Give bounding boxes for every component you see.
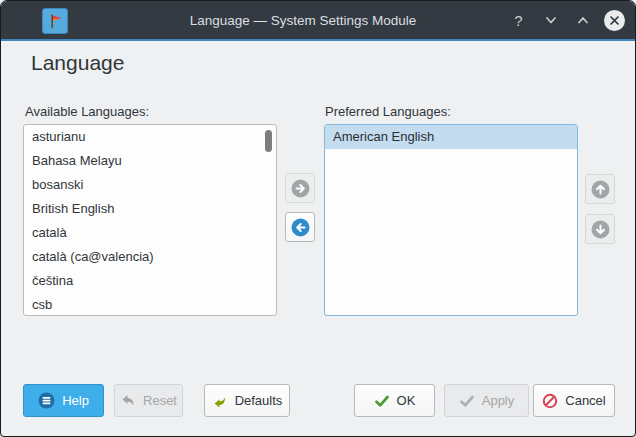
app-flag-icon [42, 8, 68, 34]
reset-button[interactable]: Reset [114, 384, 183, 417]
window-title: Language — System Settings Module [91, 1, 515, 39]
move-up-button[interactable] [585, 174, 615, 204]
help-button[interactable]: Help [23, 384, 104, 417]
ok-button[interactable]: OK [354, 384, 435, 417]
list-item[interactable]: català (ca@valencia) [24, 245, 276, 269]
list-item[interactable]: csb [24, 293, 276, 316]
preferred-languages-label: Preferred Languages: [325, 104, 451, 119]
minimize-button[interactable] [540, 10, 561, 31]
list-item[interactable]: British English [24, 197, 276, 221]
reset-button-label: Reset [143, 393, 177, 408]
help-contents-icon [38, 392, 55, 409]
defaults-button-label: Defaults [235, 393, 283, 408]
list-item[interactable]: bosanski [24, 173, 276, 197]
cancel-icon [542, 393, 558, 409]
list-item[interactable]: asturianu [24, 125, 276, 149]
close-icon [609, 15, 620, 26]
arrow-up-icon [591, 180, 610, 199]
window-help-button[interactable]: ? [508, 10, 529, 31]
scrollbar-thumb[interactable] [265, 130, 272, 152]
preferred-languages-list[interactable]: American English [324, 124, 578, 316]
list-item-selected[interactable]: American English [325, 125, 577, 149]
titlebar-accent-line [1, 39, 635, 41]
close-button[interactable] [604, 10, 625, 31]
cancel-button[interactable]: Cancel [533, 384, 615, 417]
move-down-button[interactable] [585, 214, 615, 244]
list-item[interactable]: català [24, 221, 276, 245]
apply-button[interactable]: Apply [444, 384, 529, 417]
add-language-button[interactable] [285, 173, 315, 203]
defaults-button[interactable]: Defaults [204, 384, 290, 417]
chevron-down-icon [544, 13, 558, 27]
window-controls: ? [508, 1, 625, 39]
cancel-button-label: Cancel [565, 393, 605, 408]
arrow-down-icon [591, 220, 610, 239]
checkmark-icon [374, 393, 390, 409]
apply-button-label: Apply [482, 393, 515, 408]
maximize-button[interactable] [572, 10, 593, 31]
titlebar[interactable]: Language — System Settings Module ? [1, 1, 635, 39]
chevron-up-icon [576, 13, 590, 27]
restore-defaults-icon [212, 393, 228, 409]
checkmark-icon [459, 393, 475, 409]
list-item[interactable]: Bahasa Melayu [24, 149, 276, 173]
available-languages-label: Available Languages: [25, 104, 149, 119]
undo-icon [120, 393, 136, 409]
list-item[interactable]: čeština [24, 269, 276, 293]
available-languages-list[interactable]: asturianu Bahasa Melayu bosanski British… [23, 124, 277, 316]
page-title: Language [31, 51, 124, 75]
remove-language-button[interactable] [285, 212, 315, 242]
arrow-left-icon [291, 218, 310, 237]
settings-window: Language — System Settings Module ? Lang… [0, 0, 636, 437]
arrow-right-icon [291, 179, 310, 198]
ok-button-label: OK [397, 393, 416, 408]
help-button-label: Help [62, 393, 89, 408]
